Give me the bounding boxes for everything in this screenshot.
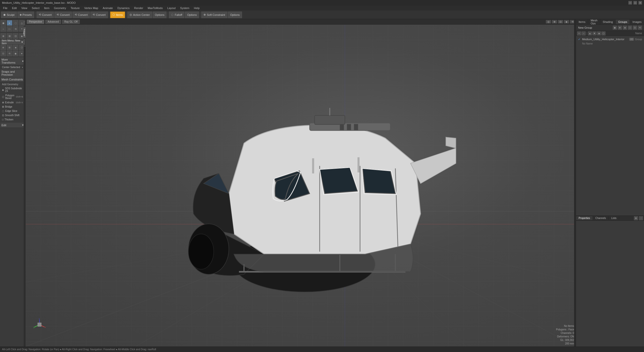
falloff-button[interactable]: ◌ Falloff: [169, 12, 184, 18]
tab-groups[interactable]: Groups: [616, 20, 630, 24]
rp-expand-btn[interactable]: ⊞: [634, 216, 638, 220]
menu-animate[interactable]: Animate: [101, 6, 115, 10]
advanced-button[interactable]: Advanced: [45, 20, 61, 24]
tab-images[interactable]: Images: [630, 20, 644, 24]
menu-vertex-map[interactable]: Vertex Map: [82, 6, 100, 10]
menu-max-to-modo[interactable]: MaxToModo: [146, 6, 165, 10]
icon-move[interactable]: ●: [7, 20, 12, 26]
snaps-precision-header[interactable]: Snaps and Precision: [1, 69, 25, 77]
options-button-3[interactable]: Options: [228, 12, 242, 18]
options-button-1[interactable]: Options: [153, 12, 167, 18]
icon-transform[interactable]: ⟲: [13, 26, 18, 32]
sds-subdivide-item[interactable]: ◈ SDS Subdivide 2X: [1, 86, 25, 93]
vtab-curve[interactable]: Curve: [24, 38, 26, 46]
thicken-item[interactable]: □ Thicken: [1, 117, 25, 122]
large-icon-6[interactable]: ⟲: [7, 51, 12, 56]
icon-polygon[interactable]: □: [7, 26, 12, 32]
close-button[interactable]: ✕: [638, 1, 642, 5]
menu-select[interactable]: Select: [30, 6, 42, 10]
tab-shading[interactable]: Shading: [600, 20, 616, 24]
viewport[interactable]: Perspective Advanced Ray GL: Off ◎ ⊕ ⊡ ◈…: [26, 19, 576, 346]
left-panel-content: Item Menu: New Item ▼ ⊕ ⊞ ◈ ⬡ ⊡ ⟲ ◉ ● Mo…: [0, 39, 25, 346]
bridge-item[interactable]: ⊞ Bridge: [1, 105, 25, 109]
mesh-constraints-header[interactable]: Mesh Constraints: [1, 77, 25, 82]
edge-slice-item[interactable]: ◌ Edge Slice: [1, 109, 25, 113]
extrude-icon: ⊕: [2, 101, 4, 104]
icon-r2[interactable]: ⊞: [7, 33, 12, 39]
vtab-basic[interactable]: Basic: [24, 19, 26, 27]
group-down-btn[interactable]: ▼: [592, 31, 596, 35]
tab-mesh-ops[interactable]: Mesh Ops: [588, 18, 600, 26]
edit-header[interactable]: Edit ▾: [1, 123, 25, 128]
symmetry-button[interactable]: ⊕ Soft Constraint: [201, 12, 227, 18]
menu-dynamics[interactable]: Dynamics: [115, 6, 132, 10]
icon-r1[interactable]: ⊕: [1, 33, 6, 39]
group-add-btn[interactable]: +: [577, 31, 581, 35]
menu-edit[interactable]: Edit: [10, 6, 19, 10]
icon-r3[interactable]: ⊡: [13, 33, 18, 39]
group-hex-btn[interactable]: ⬡: [601, 31, 606, 35]
viewport-canvas[interactable]: x y z No Items Polygons : Face Channels:…: [26, 25, 576, 346]
group-remove-btn[interactable]: −: [582, 31, 586, 35]
menu-render[interactable]: Render: [132, 6, 145, 10]
group-icon-btn-3[interactable]: ◈: [623, 26, 627, 30]
icon-sculpt[interactable]: ◉: [1, 20, 6, 26]
tab-channels[interactable]: Channels: [593, 216, 609, 220]
minimize-button[interactable]: ─: [628, 1, 632, 5]
presets-button[interactable]: ◈ Presets: [17, 12, 34, 18]
vp-nav-1[interactable]: ◎: [546, 20, 551, 23]
group-icon-btn-1[interactable]: ◉: [613, 26, 617, 30]
large-icon-1[interactable]: ⊕: [1, 45, 6, 50]
tab-properties[interactable]: Properties: [576, 216, 593, 220]
menu-item[interactable]: Item: [42, 6, 51, 10]
menu-view[interactable]: View: [19, 6, 29, 10]
axes-indicator: x y z: [33, 318, 46, 331]
group-icon-btn-6[interactable]: ⟲: [638, 26, 642, 30]
smooth-shift-item[interactable]: ⊡ Smooth Shift: [1, 113, 25, 117]
group-settings-btn[interactable]: ◈: [597, 31, 601, 35]
options-button-2[interactable]: Options: [185, 12, 199, 18]
extrude-item[interactable]: ⊕ Extrude Shift+X: [1, 100, 25, 105]
icon-rotate[interactable]: ◌: [13, 20, 18, 26]
perspective-button[interactable]: Perspective: [27, 20, 44, 24]
vp-nav-2[interactable]: ⊕: [552, 20, 557, 23]
large-icon-5[interactable]: ⊡: [1, 51, 6, 56]
group-icon-btn-4[interactable]: ⬡: [628, 26, 632, 30]
menu-geometry[interactable]: Geometry: [52, 6, 68, 10]
menu-file[interactable]: File: [1, 6, 10, 10]
convert-button-4[interactable]: ⟲ Convert: [90, 12, 108, 18]
center-selected-item[interactable]: Center Selected ▾: [1, 65, 25, 69]
menu-system[interactable]: System: [178, 6, 191, 10]
vp-nav-3[interactable]: ⊡: [558, 20, 563, 23]
sculpt-button[interactable]: ◉ Sculpt: [1, 12, 17, 18]
large-icon-2[interactable]: ⊞: [7, 45, 12, 50]
menu-layout[interactable]: Layout: [165, 6, 178, 10]
vp-nav-4[interactable]: ◈: [564, 20, 569, 23]
svg-rect-25: [347, 124, 351, 130]
polygon-bevel-item[interactable]: ⬡ Polygon Bevel Shift+B: [1, 93, 25, 100]
group-icon-btn-5[interactable]: ⊡: [633, 26, 637, 30]
group-up-btn[interactable]: ▲: [588, 31, 592, 35]
group-icon-btn-2[interactable]: ⊕: [618, 26, 622, 30]
rp-options-btn[interactable]: ⋮: [639, 216, 643, 220]
action-center-button[interactable]: ◎ Action Center: [127, 12, 152, 18]
items-button[interactable]: ⬡ Items: [110, 12, 125, 18]
group-subitem[interactable]: No Name: [577, 41, 643, 46]
new-group-label: New Group: [578, 26, 592, 29]
menu-help[interactable]: Help: [192, 6, 202, 10]
maximize-button[interactable]: □: [633, 1, 637, 5]
tab-items[interactable]: Items: [576, 20, 588, 24]
convert-button-2[interactable]: ⟲ Convert: [54, 12, 72, 18]
ray-gl-button[interactable]: Ray GL: Off: [62, 20, 80, 24]
group-item-helicopter[interactable]: ✓ Medium_Utility_Helicopter_Interior (2)…: [577, 37, 643, 41]
icon-select[interactable]: ○: [1, 26, 6, 32]
vtab-polygon[interactable]: Polygon: [24, 27, 26, 38]
tab-lists[interactable]: Lists: [609, 216, 619, 220]
menu-texture[interactable]: Texture: [69, 6, 82, 10]
large-icon-3[interactable]: ◈: [13, 45, 18, 50]
convert-button-1[interactable]: ⟲ Convert: [36, 12, 54, 18]
more-transforms-header[interactable]: More Transforms ▾: [1, 57, 25, 65]
large-icon-7[interactable]: ◉: [13, 51, 18, 56]
item-menu-dropdown[interactable]: Item Menu: New Item ▼: [1, 40, 25, 44]
convert-button-3[interactable]: ⟲ Convert: [72, 12, 90, 18]
